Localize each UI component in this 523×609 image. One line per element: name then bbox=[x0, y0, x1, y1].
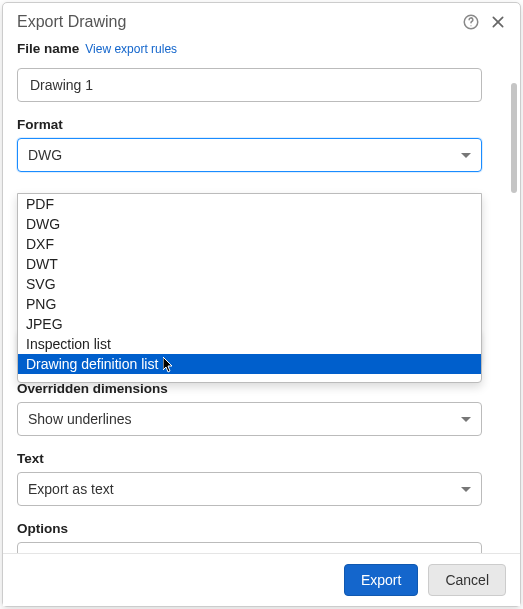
format-option-svg[interactable]: SVG bbox=[18, 274, 481, 294]
format-option-dwt[interactable]: DWT bbox=[18, 254, 481, 274]
overridden-select-value: Show underlines bbox=[28, 411, 132, 427]
chevron-down-icon bbox=[461, 153, 471, 158]
export-drawing-dialog: Export Drawing File name bbox=[2, 2, 521, 607]
options-select[interactable]: Download bbox=[17, 542, 482, 553]
options-select-value: Download bbox=[28, 551, 90, 553]
dialog-header: Export Drawing bbox=[3, 3, 520, 37]
text-select-value: Export as text bbox=[28, 481, 114, 497]
dialog-footer: Export Cancel bbox=[3, 553, 520, 606]
format-option-drawing-definition-list[interactable]: Drawing definition list bbox=[18, 354, 481, 374]
format-option-dwg[interactable]: DWG bbox=[18, 214, 481, 234]
format-field: Format DWG bbox=[17, 116, 506, 172]
format-option-dxf[interactable]: DXF bbox=[18, 234, 481, 254]
filename-input-wrapper bbox=[17, 68, 482, 102]
chevron-down-icon bbox=[461, 487, 471, 492]
format-label: Format bbox=[17, 117, 63, 132]
text-label: Text bbox=[17, 451, 44, 466]
help-icon[interactable] bbox=[462, 13, 480, 31]
dialog-body: File name View export rules Format DWG P… bbox=[3, 37, 520, 553]
format-option-jpeg[interactable]: JPEG bbox=[18, 314, 481, 334]
view-export-rules-link[interactable]: View export rules bbox=[85, 42, 177, 56]
filename-label: File name bbox=[17, 41, 79, 56]
text-field: Text Export as text bbox=[17, 450, 506, 506]
filename-input[interactable] bbox=[28, 76, 471, 94]
overridden-label: Overridden dimensions bbox=[17, 381, 168, 396]
format-option-inspection-list[interactable]: Inspection list bbox=[18, 334, 481, 354]
close-icon[interactable] bbox=[490, 14, 506, 30]
dialog-title: Export Drawing bbox=[17, 13, 462, 31]
filename-field: File name View export rules bbox=[17, 41, 506, 102]
text-select[interactable]: Export as text bbox=[17, 472, 482, 506]
options-label: Options bbox=[17, 521, 68, 536]
overridden-field: Overridden dimensions Show underlines bbox=[17, 380, 506, 436]
overridden-select[interactable]: Show underlines bbox=[17, 402, 482, 436]
format-dropdown-panel: PDF DWG DXF DWT SVG PNG JPEG Inspection … bbox=[17, 193, 482, 383]
svg-point-1 bbox=[470, 25, 471, 26]
format-select-value: DWG bbox=[28, 147, 62, 163]
options-field: Options Download bbox=[17, 520, 506, 553]
cancel-button[interactable]: Cancel bbox=[428, 564, 506, 596]
header-icons bbox=[462, 13, 506, 31]
format-select[interactable]: DWG bbox=[17, 138, 482, 172]
format-option-png[interactable]: PNG bbox=[18, 294, 481, 314]
export-button[interactable]: Export bbox=[344, 564, 418, 596]
scrollbar-thumb[interactable] bbox=[511, 83, 517, 193]
format-option-pdf[interactable]: PDF bbox=[18, 194, 481, 214]
chevron-down-icon bbox=[461, 417, 471, 422]
